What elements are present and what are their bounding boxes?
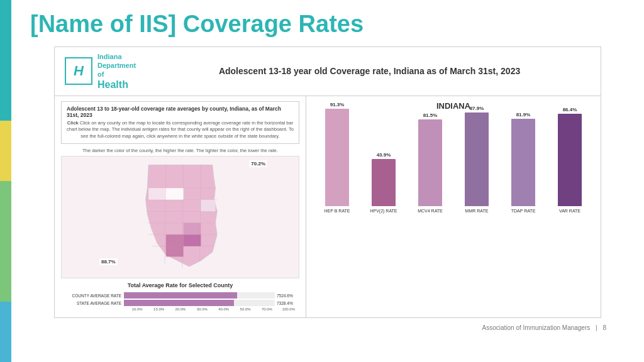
footer-org: Association of Immunization Managers xyxy=(482,324,591,331)
bar-fill-county xyxy=(124,292,237,299)
axis-label-1: 15.0% xyxy=(148,307,169,311)
bar-label-var: VAR RATE xyxy=(559,209,580,213)
axis-label-4: 40.0% xyxy=(213,307,235,311)
bar-group-tdap: 81.9% TDAP RATE xyxy=(507,112,540,213)
axis-label-5: 50.0% xyxy=(235,307,256,311)
dash-header: H Indiana Department of Health Adolescen… xyxy=(55,47,601,96)
indiana-svg xyxy=(127,159,234,275)
teal-bar xyxy=(0,0,11,121)
footer-pipe: | xyxy=(596,324,597,331)
logo-icon: H xyxy=(65,57,92,85)
svg-rect-11 xyxy=(183,234,201,246)
svg-rect-12 xyxy=(165,246,183,257)
bar-fill-state xyxy=(124,300,234,306)
dashboard: H Indiana Department of Health Adolescen… xyxy=(54,47,601,318)
bar-pct-var: 86.4% xyxy=(563,107,577,112)
bar-group-var: 86.4% VAR RATE xyxy=(553,107,586,213)
bar-mcv xyxy=(418,119,442,206)
bar-label-county: COUNTY AVERAGE RATE xyxy=(61,293,124,298)
bar-group-hep: 91.3% HEP B RATE xyxy=(321,102,353,213)
bar-label-mcv: MCV4 RATE xyxy=(418,209,443,213)
bar-mmr xyxy=(465,112,489,206)
main-content: [Name of IIS] Coverage Rates H Indiana D… xyxy=(11,0,644,362)
logo-line1: Indiana xyxy=(97,52,136,61)
axis-label-7: 100.0% xyxy=(278,307,299,311)
bar-chart-horiz: COUNTY AVERAGE RATE 7524.6% STATE AVERAG… xyxy=(61,291,299,312)
logo-line2: Department xyxy=(97,61,136,70)
logo-health: Health xyxy=(97,79,136,90)
logo: H Indiana Department of Health xyxy=(65,52,136,90)
desc-note: The darker the color of the county, the … xyxy=(61,148,299,153)
dashboard-header-title: Adolescent 13-18 year old Coverage rate,… xyxy=(148,66,591,76)
svg-rect-16 xyxy=(201,200,215,212)
bar-pct-mcv: 81.5% xyxy=(423,112,438,118)
bar-group-mcv: 81.5% MCV4 RATE xyxy=(414,112,447,213)
bar-var xyxy=(558,114,582,206)
axis-label-0: 10.0% xyxy=(126,307,148,311)
footer: Association of Immunization Managers | 8 xyxy=(30,321,625,331)
svg-rect-13 xyxy=(183,223,201,235)
vertical-bar-chart: 91.3% HEP B RATE 43.9% HPV(2) RATE 81.5%… xyxy=(314,116,593,226)
bar-label-tdap: TDAP RATE xyxy=(511,209,536,213)
bar-group-hpv: 43.9% HPV(2) RATE xyxy=(367,152,400,213)
click-keyword: Click xyxy=(67,120,79,126)
right-panel: INDIANA 91.3% HEP B RATE 43.9% HPV(2) RA… xyxy=(306,96,601,318)
indiana-chart-title: INDIANA xyxy=(314,101,593,111)
yellow-bar xyxy=(0,121,11,181)
bar-pct-hpv: 43.9% xyxy=(377,152,391,158)
page-title: [Name of IIS] Coverage Rates xyxy=(30,11,625,38)
bar-track-county xyxy=(124,292,275,299)
bottom-chart-title: Total Average Rate for Selected County xyxy=(61,282,299,288)
logo-text-block: Indiana Department of Health xyxy=(97,52,136,90)
bar-pct-hep: 91.3% xyxy=(330,102,345,107)
indiana-map[interactable]: 70.2% xyxy=(61,156,299,278)
axis-label-3: 30.0% xyxy=(191,307,213,311)
desc-body: Click Click on any county on the map to … xyxy=(67,120,294,140)
bar-hep xyxy=(325,109,349,206)
desc-title: Adolescent 13 to 18-year-old coverage ra… xyxy=(67,106,294,118)
bar-value-state: 7328.4% xyxy=(277,301,299,305)
bar-value-county: 7524.6% xyxy=(277,293,299,298)
decorative-bars xyxy=(0,0,11,362)
logo-line3: of xyxy=(97,70,136,79)
bar-group-mmr: 87.9% MMR RATE xyxy=(460,106,493,213)
description-box: Adolescent 13 to 18-year-old coverage ra… xyxy=(61,101,299,145)
bar-tdap xyxy=(511,119,535,206)
logo-h-letter: H xyxy=(74,63,84,79)
svg-rect-15 xyxy=(165,188,183,200)
bar-row-state: STATE AVERAGE RATE 7328.4% xyxy=(61,300,299,306)
blue-bar xyxy=(0,302,11,362)
dash-body: Adolescent 13 to 18-year-old coverage ra… xyxy=(55,96,601,318)
green-bar xyxy=(0,181,11,302)
map-label-bottom: 88.7% xyxy=(99,258,118,265)
bar-row-county: COUNTY AVERAGE RATE 7524.6% xyxy=(61,292,299,299)
svg-rect-10 xyxy=(165,234,183,246)
left-panel: Adolescent 13 to 18-year-old coverage ra… xyxy=(55,96,306,318)
bar-track-state xyxy=(124,300,275,306)
svg-rect-14 xyxy=(148,188,166,200)
map-label-top: 70.2% xyxy=(249,160,267,167)
bar-label-hep: HEP B RATE xyxy=(325,209,350,213)
axis-label-6: 70.0% xyxy=(256,307,277,311)
bar-label-state: STATE AVERAGE RATE xyxy=(61,301,124,305)
bottom-chart: Total Average Rate for Selected County C… xyxy=(61,282,299,312)
footer-page: 8 xyxy=(602,324,606,331)
bar-pct-mmr: 87.9% xyxy=(470,106,484,111)
bar-label-mmr: MMR RATE xyxy=(465,209,489,213)
bar-hpv xyxy=(372,159,396,206)
bar-label-hpv: HPV(2) RATE xyxy=(370,209,397,213)
axis-label-2: 20.0% xyxy=(170,307,191,311)
desc-body-text: Click on any county on the map to locate… xyxy=(67,120,294,139)
bar-pct-tdap: 81.9% xyxy=(516,112,531,118)
axis-labels: 10.0% 15.0% 20.0% 30.0% 40.0% 50.0% 70.0… xyxy=(126,307,299,311)
